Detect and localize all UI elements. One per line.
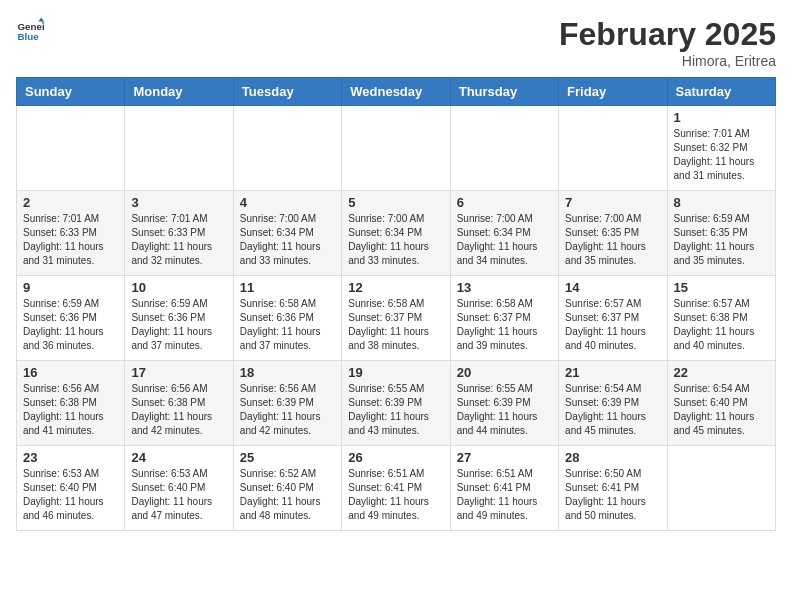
day-number: 21 — [565, 365, 660, 380]
calendar-day-cell: 8Sunrise: 6:59 AM Sunset: 6:35 PM Daylig… — [667, 191, 775, 276]
day-number: 19 — [348, 365, 443, 380]
calendar-week-row: 2Sunrise: 7:01 AM Sunset: 6:33 PM Daylig… — [17, 191, 776, 276]
day-info: Sunrise: 6:57 AM Sunset: 6:38 PM Dayligh… — [674, 297, 769, 353]
calendar-day-cell: 10Sunrise: 6:59 AM Sunset: 6:36 PM Dayli… — [125, 276, 233, 361]
calendar-day-cell: 12Sunrise: 6:58 AM Sunset: 6:37 PM Dayli… — [342, 276, 450, 361]
day-info: Sunrise: 7:00 AM Sunset: 6:34 PM Dayligh… — [348, 212, 443, 268]
calendar-week-row: 16Sunrise: 6:56 AM Sunset: 6:38 PM Dayli… — [17, 361, 776, 446]
day-number: 9 — [23, 280, 118, 295]
day-info: Sunrise: 6:59 AM Sunset: 6:35 PM Dayligh… — [674, 212, 769, 268]
day-number: 3 — [131, 195, 226, 210]
day-info: Sunrise: 6:54 AM Sunset: 6:39 PM Dayligh… — [565, 382, 660, 438]
day-number: 18 — [240, 365, 335, 380]
calendar-day-cell: 17Sunrise: 6:56 AM Sunset: 6:38 PM Dayli… — [125, 361, 233, 446]
calendar-day-cell: 22Sunrise: 6:54 AM Sunset: 6:40 PM Dayli… — [667, 361, 775, 446]
calendar-week-row: 9Sunrise: 6:59 AM Sunset: 6:36 PM Daylig… — [17, 276, 776, 361]
day-info: Sunrise: 6:50 AM Sunset: 6:41 PM Dayligh… — [565, 467, 660, 523]
day-info: Sunrise: 6:55 AM Sunset: 6:39 PM Dayligh… — [457, 382, 552, 438]
calendar-day-cell: 20Sunrise: 6:55 AM Sunset: 6:39 PM Dayli… — [450, 361, 558, 446]
day-number: 17 — [131, 365, 226, 380]
calendar-day-cell — [233, 106, 341, 191]
day-number: 28 — [565, 450, 660, 465]
day-number: 12 — [348, 280, 443, 295]
calendar-week-row: 23Sunrise: 6:53 AM Sunset: 6:40 PM Dayli… — [17, 446, 776, 531]
logo: General Blue — [16, 16, 44, 44]
day-info: Sunrise: 7:00 AM Sunset: 6:34 PM Dayligh… — [240, 212, 335, 268]
calendar-day-cell: 1Sunrise: 7:01 AM Sunset: 6:32 PM Daylig… — [667, 106, 775, 191]
day-info: Sunrise: 6:51 AM Sunset: 6:41 PM Dayligh… — [457, 467, 552, 523]
day-info: Sunrise: 6:58 AM Sunset: 6:37 PM Dayligh… — [457, 297, 552, 353]
day-number: 13 — [457, 280, 552, 295]
svg-marker-2 — [38, 17, 44, 21]
location: Himora, Eritrea — [559, 53, 776, 69]
day-info: Sunrise: 6:52 AM Sunset: 6:40 PM Dayligh… — [240, 467, 335, 523]
calendar-day-cell: 2Sunrise: 7:01 AM Sunset: 6:33 PM Daylig… — [17, 191, 125, 276]
day-of-week-header: Saturday — [667, 78, 775, 106]
day-number: 8 — [674, 195, 769, 210]
day-number: 5 — [348, 195, 443, 210]
calendar-day-cell: 18Sunrise: 6:56 AM Sunset: 6:39 PM Dayli… — [233, 361, 341, 446]
calendar-day-cell — [125, 106, 233, 191]
month-title: February 2025 — [559, 16, 776, 53]
day-info: Sunrise: 6:56 AM Sunset: 6:38 PM Dayligh… — [23, 382, 118, 438]
day-number: 23 — [23, 450, 118, 465]
calendar-day-cell: 24Sunrise: 6:53 AM Sunset: 6:40 PM Dayli… — [125, 446, 233, 531]
calendar-day-cell: 11Sunrise: 6:58 AM Sunset: 6:36 PM Dayli… — [233, 276, 341, 361]
day-info: Sunrise: 7:00 AM Sunset: 6:34 PM Dayligh… — [457, 212, 552, 268]
day-number: 14 — [565, 280, 660, 295]
day-number: 24 — [131, 450, 226, 465]
day-info: Sunrise: 6:59 AM Sunset: 6:36 PM Dayligh… — [131, 297, 226, 353]
day-number: 11 — [240, 280, 335, 295]
day-number: 2 — [23, 195, 118, 210]
day-info: Sunrise: 6:53 AM Sunset: 6:40 PM Dayligh… — [23, 467, 118, 523]
day-of-week-header: Tuesday — [233, 78, 341, 106]
day-number: 4 — [240, 195, 335, 210]
day-of-week-header: Friday — [559, 78, 667, 106]
day-number: 10 — [131, 280, 226, 295]
calendar-day-cell: 9Sunrise: 6:59 AM Sunset: 6:36 PM Daylig… — [17, 276, 125, 361]
calendar-day-cell: 15Sunrise: 6:57 AM Sunset: 6:38 PM Dayli… — [667, 276, 775, 361]
day-info: Sunrise: 6:54 AM Sunset: 6:40 PM Dayligh… — [674, 382, 769, 438]
calendar-day-cell — [342, 106, 450, 191]
day-number: 1 — [674, 110, 769, 125]
calendar-table: SundayMondayTuesdayWednesdayThursdayFrid… — [16, 77, 776, 531]
calendar-week-row: 1Sunrise: 7:01 AM Sunset: 6:32 PM Daylig… — [17, 106, 776, 191]
calendar-day-cell — [450, 106, 558, 191]
calendar-day-cell: 3Sunrise: 7:01 AM Sunset: 6:33 PM Daylig… — [125, 191, 233, 276]
day-info: Sunrise: 6:53 AM Sunset: 6:40 PM Dayligh… — [131, 467, 226, 523]
calendar-day-cell: 27Sunrise: 6:51 AM Sunset: 6:41 PM Dayli… — [450, 446, 558, 531]
calendar-day-cell: 23Sunrise: 6:53 AM Sunset: 6:40 PM Dayli… — [17, 446, 125, 531]
calendar-day-cell: 14Sunrise: 6:57 AM Sunset: 6:37 PM Dayli… — [559, 276, 667, 361]
calendar-day-cell — [17, 106, 125, 191]
day-of-week-header: Sunday — [17, 78, 125, 106]
page-header: General Blue February 2025 Himora, Eritr… — [16, 16, 776, 69]
day-info: Sunrise: 6:51 AM Sunset: 6:41 PM Dayligh… — [348, 467, 443, 523]
calendar-day-cell: 26Sunrise: 6:51 AM Sunset: 6:41 PM Dayli… — [342, 446, 450, 531]
calendar-day-cell: 4Sunrise: 7:00 AM Sunset: 6:34 PM Daylig… — [233, 191, 341, 276]
calendar-day-cell — [667, 446, 775, 531]
calendar-day-cell: 28Sunrise: 6:50 AM Sunset: 6:41 PM Dayli… — [559, 446, 667, 531]
day-of-week-header: Thursday — [450, 78, 558, 106]
day-info: Sunrise: 6:59 AM Sunset: 6:36 PM Dayligh… — [23, 297, 118, 353]
day-info: Sunrise: 7:01 AM Sunset: 6:32 PM Dayligh… — [674, 127, 769, 183]
day-number: 27 — [457, 450, 552, 465]
day-info: Sunrise: 6:58 AM Sunset: 6:36 PM Dayligh… — [240, 297, 335, 353]
day-number: 25 — [240, 450, 335, 465]
calendar-day-cell — [559, 106, 667, 191]
calendar-day-cell: 16Sunrise: 6:56 AM Sunset: 6:38 PM Dayli… — [17, 361, 125, 446]
day-of-week-header: Wednesday — [342, 78, 450, 106]
day-info: Sunrise: 6:56 AM Sunset: 6:38 PM Dayligh… — [131, 382, 226, 438]
title-area: February 2025 Himora, Eritrea — [559, 16, 776, 69]
day-info: Sunrise: 6:57 AM Sunset: 6:37 PM Dayligh… — [565, 297, 660, 353]
calendar-header-row: SundayMondayTuesdayWednesdayThursdayFrid… — [17, 78, 776, 106]
day-info: Sunrise: 6:55 AM Sunset: 6:39 PM Dayligh… — [348, 382, 443, 438]
day-info: Sunrise: 7:01 AM Sunset: 6:33 PM Dayligh… — [23, 212, 118, 268]
day-number: 26 — [348, 450, 443, 465]
day-number: 6 — [457, 195, 552, 210]
day-number: 15 — [674, 280, 769, 295]
calendar-day-cell: 5Sunrise: 7:00 AM Sunset: 6:34 PM Daylig… — [342, 191, 450, 276]
calendar-day-cell: 19Sunrise: 6:55 AM Sunset: 6:39 PM Dayli… — [342, 361, 450, 446]
calendar-day-cell: 13Sunrise: 6:58 AM Sunset: 6:37 PM Dayli… — [450, 276, 558, 361]
calendar-day-cell: 21Sunrise: 6:54 AM Sunset: 6:39 PM Dayli… — [559, 361, 667, 446]
day-number: 16 — [23, 365, 118, 380]
